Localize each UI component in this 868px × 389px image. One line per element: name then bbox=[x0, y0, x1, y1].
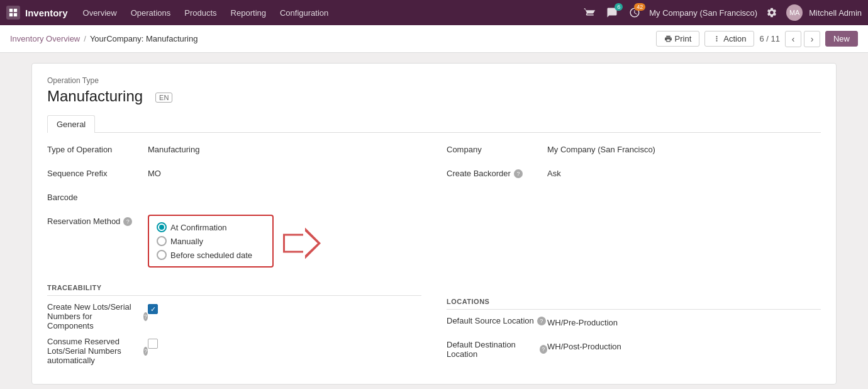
create-lots-checkbox[interactable] bbox=[148, 302, 421, 314]
form-tabs: General bbox=[47, 115, 821, 133]
consume-lots-label: Consume Reserved Lots/Serial Numbers aut… bbox=[47, 337, 148, 365]
breadcrumb-bar: Inventory Overview / YourCompany: Manufa… bbox=[0, 25, 868, 53]
page-nav: 6 / 11 ‹ › bbox=[759, 31, 820, 47]
user-name: Mitchell Admin bbox=[809, 8, 862, 18]
sequence-prefix-label: Sequence Prefix bbox=[47, 167, 148, 178]
menu-overview[interactable]: Overview bbox=[77, 6, 123, 20]
print-button[interactable]: Print bbox=[656, 31, 700, 47]
form-body: Type of Operation Manufacturing Sequence… bbox=[47, 143, 821, 371]
annotation-arrow bbox=[283, 228, 321, 261]
barcode-label: Barcode bbox=[47, 191, 148, 202]
consume-lots-row: Consume Reserved Lots/Serial Numbers aut… bbox=[47, 337, 421, 365]
consume-help-icon[interactable]: ? bbox=[143, 347, 148, 356]
reservation-help-icon[interactable]: ? bbox=[123, 217, 132, 226]
radio-at-confirmation[interactable]: At Confirmation bbox=[157, 222, 265, 232]
operation-type-label: Operation Type bbox=[47, 76, 821, 85]
sequence-prefix-row: Sequence Prefix MO bbox=[47, 167, 421, 184]
reservation-method-label: Reservation Method ? bbox=[47, 215, 148, 226]
create-lots-label: Create New Lots/Serial Numbers for Compo… bbox=[47, 302, 148, 330]
reservation-method-box: At Confirmation Manually Before schedule… bbox=[148, 215, 274, 268]
type-of-operation-row: Type of Operation Manufacturing bbox=[47, 143, 421, 161]
create-lots-row: Create New Lots/Serial Numbers for Compo… bbox=[47, 302, 421, 330]
next-page-button[interactable]: › bbox=[804, 31, 820, 47]
action-button[interactable]: Action bbox=[704, 31, 754, 47]
app-name[interactable]: Inventory bbox=[25, 8, 68, 18]
create-lots-checked-box[interactable] bbox=[148, 304, 158, 314]
svg-rect-2 bbox=[9, 13, 13, 16]
radio-before-scheduled[interactable]: Before scheduled date bbox=[157, 250, 265, 260]
breadcrumb-current: YourCompany: Manufacturing bbox=[90, 34, 198, 43]
main-area: Operation Type Manufacturing EN General … bbox=[0, 53, 868, 389]
clock-badge: 42 bbox=[634, 3, 645, 11]
top-menu: Overview Operations Products Reporting C… bbox=[77, 6, 335, 20]
menu-reporting[interactable]: Reporting bbox=[225, 6, 272, 20]
type-of-operation-value: Manufacturing bbox=[148, 143, 421, 154]
svg-rect-3 bbox=[14, 13, 17, 16]
svg-rect-1 bbox=[14, 9, 17, 12]
right-column: Company My Company (San Francisco) Creat… bbox=[447, 143, 821, 371]
create-backorder-label: Create Backorder ? bbox=[447, 167, 547, 178]
barcode-row: Barcode bbox=[47, 191, 421, 208]
sequence-prefix-value: MO bbox=[148, 167, 421, 178]
consume-lots-checkbox[interactable] bbox=[148, 337, 421, 349]
form-card: Operation Type Manufacturing EN General … bbox=[31, 63, 837, 385]
prev-page-button[interactable]: ‹ bbox=[785, 31, 801, 47]
default-source-value: WH/Pre-Production bbox=[547, 316, 821, 327]
radio-manually[interactable]: Manually bbox=[157, 236, 265, 246]
breadcrumb-actions: Print Action 6 / 11 ‹ › New bbox=[656, 31, 858, 47]
svg-marker-5 bbox=[285, 230, 318, 257]
form-title: Manufacturing bbox=[47, 87, 143, 105]
company-label: Company bbox=[447, 143, 547, 154]
radio-circle-scheduled bbox=[157, 250, 167, 260]
reservation-method-row: Reservation Method ? At Confirmation Man… bbox=[47, 215, 421, 274]
barcode-value bbox=[148, 191, 421, 193]
default-dest-value: WH/Post-Production bbox=[547, 340, 821, 351]
source-help-icon[interactable]: ? bbox=[537, 317, 546, 325]
traceability-section-header: TRACEABILITY bbox=[47, 284, 421, 296]
radio-circle-confirmation bbox=[157, 222, 167, 232]
settings-icon[interactable] bbox=[764, 4, 780, 21]
app-logo[interactable] bbox=[6, 6, 20, 20]
company-name: My Company (San Francisco) bbox=[649, 8, 757, 18]
new-button[interactable]: New bbox=[825, 31, 858, 47]
menu-products[interactable]: Products bbox=[178, 6, 223, 20]
type-of-operation-label: Type of Operation bbox=[47, 143, 148, 154]
locations-section-header: LOCATIONS bbox=[447, 298, 821, 310]
create-lots-help-icon[interactable]: ? bbox=[143, 312, 148, 321]
chat-icon[interactable]: 6 bbox=[604, 4, 620, 21]
breadcrumb-separator: / bbox=[84, 34, 86, 43]
clock-icon[interactable]: 42 bbox=[626, 4, 643, 21]
radio-circle-manually bbox=[157, 236, 167, 246]
create-backorder-row: Create Backorder ? Ask bbox=[447, 167, 821, 184]
chat-badge: 6 bbox=[615, 3, 623, 11]
default-dest-row: Default Destination Location ? WH/Post-P… bbox=[447, 340, 821, 359]
dest-help-icon[interactable]: ? bbox=[540, 345, 547, 354]
breadcrumb-parent[interactable]: Inventory Overview bbox=[10, 34, 80, 43]
svg-rect-0 bbox=[9, 9, 13, 12]
default-source-row: Default Source Location ? WH/Pre-Product… bbox=[447, 316, 821, 334]
tab-general[interactable]: General bbox=[47, 115, 95, 133]
menu-configuration[interactable]: Configuration bbox=[274, 6, 335, 20]
top-navigation: Inventory Overview Operations Products R… bbox=[0, 0, 868, 25]
create-backorder-value: Ask bbox=[547, 167, 821, 178]
shop-icon[interactable] bbox=[581, 4, 598, 21]
left-column: Type of Operation Manufacturing Sequence… bbox=[47, 143, 421, 371]
breadcrumb: Inventory Overview / YourCompany: Manufa… bbox=[10, 34, 656, 43]
page-info: 6 / 11 bbox=[759, 34, 780, 43]
lang-badge[interactable]: EN bbox=[155, 93, 172, 103]
avatar[interactable]: MA bbox=[786, 4, 803, 21]
backorder-help-icon[interactable]: ? bbox=[514, 169, 523, 178]
consume-lots-empty-box[interactable] bbox=[148, 339, 158, 349]
default-dest-label: Default Destination Location ? bbox=[447, 340, 547, 359]
menu-operations[interactable]: Operations bbox=[125, 6, 177, 20]
company-value: My Company (San Francisco) bbox=[547, 143, 821, 154]
default-source-label: Default Source Location ? bbox=[447, 316, 547, 325]
company-row: Company My Company (San Francisco) bbox=[447, 143, 821, 161]
